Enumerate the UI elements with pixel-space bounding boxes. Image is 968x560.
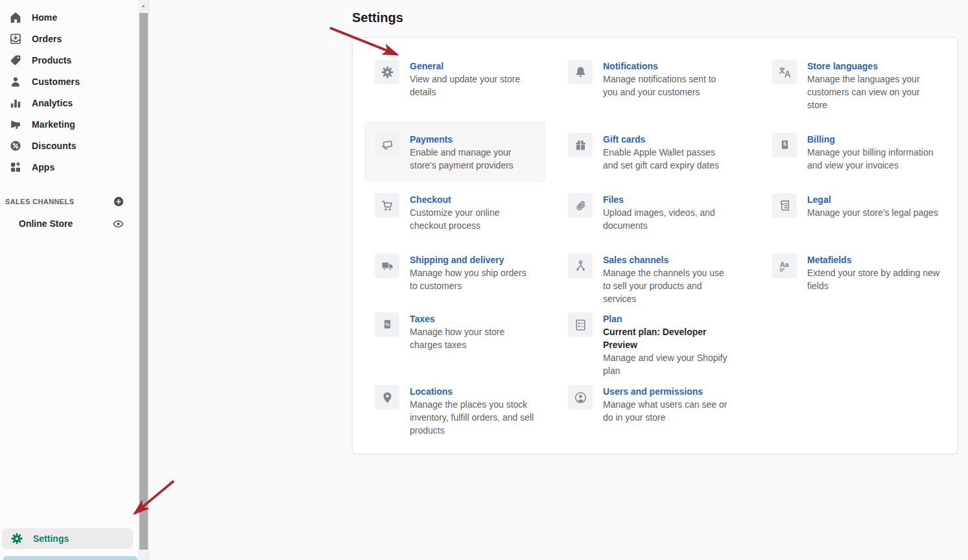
settings-item-gift-cards[interactable]: Gift cardsEnable Apple Wallet passes and…	[558, 121, 739, 182]
settings-item-metafields[interactable]: Aa MetafieldsExtend your store by adding…	[762, 242, 950, 303]
settings-item-description: Customize your online checkout process	[410, 206, 536, 232]
settings-item-description: Manage how your store charges taxes	[410, 325, 536, 351]
svg-text:$: $	[783, 141, 786, 147]
sidebar-item-label: Apps	[32, 162, 54, 172]
settings-item-files[interactable]: FilesUpload images, videos, and document…	[558, 181, 739, 242]
settings-item-shipping[interactable]: Shipping and deliveryManage how you ship…	[364, 242, 546, 303]
bar-chart-icon	[9, 97, 22, 110]
add-sales-channel-button[interactable]	[113, 196, 124, 207]
settings-item-description: Enable Apple Wallet passes and set gift …	[603, 146, 729, 172]
settings-item-description: Manage your store's legal pages	[807, 206, 938, 219]
settings-item-description: View and update your store details	[410, 73, 536, 99]
channels-icon	[568, 253, 593, 278]
settings-item-title[interactable]: Billing	[807, 133, 939, 146]
settings-item-title[interactable]: General	[410, 60, 536, 73]
settings-item-taxes[interactable]: % TaxesManage how your store charges tax…	[364, 301, 546, 362]
settings-item-notifications[interactable]: NotificationsManage notifications sent t…	[558, 48, 739, 109]
payment-card-icon	[375, 133, 399, 158]
sidebar-item-label: Discounts	[32, 141, 77, 151]
settings-item-checkout[interactable]: CheckoutCustomize your online checkout p…	[364, 181, 546, 242]
settings-item-title[interactable]: Gift cards	[603, 133, 729, 146]
settings-item-title[interactable]: Sales channels	[603, 253, 729, 266]
sidebar-item-label: Marketing	[32, 119, 75, 130]
sidebar-nav: Home Orders Products Customers Analytics	[0, 6, 138, 178]
gear-icon	[375, 60, 399, 84]
truck-icon	[375, 253, 399, 278]
settings-item-title[interactable]: Store languages	[807, 60, 939, 73]
settings-item-users-permissions[interactable]: Users and permissionsManage what users c…	[558, 373, 739, 434]
settings-item-description: Manage the channels you use to sell your…	[603, 266, 729, 305]
eye-preview-icon[interactable]	[112, 218, 124, 230]
plan-checklist-icon	[568, 312, 593, 337]
settings-item-description: Enable and manage your store's payment p…	[410, 146, 536, 172]
settings-item-title[interactable]: Files	[603, 193, 729, 206]
settings-item-title[interactable]: Taxes	[410, 312, 536, 325]
settings-item-general[interactable]: GeneralView and update your store detail…	[364, 48, 546, 109]
settings-item-description: Extend your store by adding new fields	[807, 266, 939, 292]
sidebar-item-label: Products	[32, 55, 71, 65]
gift-icon	[568, 133, 593, 158]
settings-item-title[interactable]: Legal	[807, 193, 938, 206]
settings-card: GeneralView and update your store detail…	[352, 37, 958, 454]
settings-item-description: Upload images, videos, and documents	[603, 206, 729, 232]
home-icon	[9, 11, 22, 24]
settings-item-description: Manage the languages your customers can …	[807, 73, 939, 111]
sidebar-item-label: Home	[32, 12, 57, 23]
location-pin-icon	[375, 385, 399, 410]
svg-text:%: %	[385, 321, 390, 327]
settings-item-title[interactable]: Checkout	[410, 193, 536, 206]
sidebar-item-settings[interactable]: Settings	[2, 528, 133, 549]
apps-grid-icon	[9, 161, 22, 174]
sidebar-item-apps[interactable]: Apps	[0, 156, 138, 178]
current-plan-line: Current plan: Developer Preview	[603, 325, 729, 351]
paperclip-icon	[568, 193, 593, 218]
bottom-highlight-bar	[3, 556, 137, 560]
settings-item-payments[interactable]: PaymentsEnable and manage your store's p…	[364, 121, 546, 182]
sidebar-item-discounts[interactable]: Discounts	[0, 135, 138, 156]
tag-icon	[9, 54, 22, 67]
sidebar-scrollbar[interactable]: ▲	[138, 0, 149, 560]
sidebar-item-label: Analytics	[32, 98, 73, 108]
settings-item-legal[interactable]: LegalManage your store's legal pages	[762, 181, 950, 229]
settings-item-billing[interactable]: $ BillingManage your billing information…	[762, 121, 950, 182]
bell-icon	[568, 60, 593, 84]
svg-text:Aa: Aa	[779, 261, 789, 268]
scrollbar-up-arrow-icon[interactable]: ▲	[138, 1, 148, 11]
tax-receipt-icon: %	[375, 312, 399, 337]
settings-item-description: Manage your billing information and view…	[807, 146, 939, 172]
settings-item-title[interactable]: Payments	[410, 133, 536, 146]
person-icon	[9, 75, 22, 88]
settings-item-title[interactable]: Metafields	[807, 253, 939, 266]
settings-item-title[interactable]: Plan	[603, 312, 729, 325]
settings-item-title[interactable]: Shipping and delivery	[410, 253, 536, 266]
legal-scroll-icon	[772, 193, 797, 218]
settings-item-title[interactable]: Users and permissions	[603, 385, 729, 398]
gear-icon	[10, 532, 23, 545]
metafields-icon: Aa	[772, 253, 797, 278]
settings-item-store-languages[interactable]: Store languagesManage the languages your…	[762, 48, 950, 122]
sidebar-item-marketing[interactable]: Marketing	[0, 113, 138, 135]
settings-item-locations[interactable]: LocationsManage the places you stock inv…	[364, 373, 546, 447]
sales-channels-title: SALES CHANNELS	[5, 198, 74, 205]
billing-receipt-icon: $	[772, 133, 797, 158]
user-circle-icon	[568, 385, 593, 410]
megaphone-icon	[9, 118, 22, 131]
sidebar-item-label: Settings	[33, 533, 69, 544]
sidebar-item-home[interactable]: Home	[0, 6, 138, 28]
sidebar-item-analytics[interactable]: Analytics	[0, 92, 138, 113]
sidebar-item-online-store[interactable]: Online Store	[0, 214, 138, 233]
sidebar-item-label: Customers	[32, 76, 80, 87]
page-title: Settings	[352, 10, 403, 25]
settings-item-description: Manage how you ship orders to customers	[410, 266, 536, 292]
sidebar-item-orders[interactable]: Orders	[0, 28, 138, 49]
sales-channels-header: SALES CHANNELS	[0, 194, 138, 209]
sidebar-item-label: Orders	[32, 34, 62, 44]
sidebar-item-products[interactable]: Products	[0, 49, 138, 71]
sidebar-item-customers[interactable]: Customers	[0, 71, 138, 92]
translate-icon	[772, 60, 797, 84]
settings-item-title[interactable]: Notifications	[603, 60, 729, 73]
settings-item-title[interactable]: Locations	[410, 385, 536, 398]
orders-icon	[9, 32, 22, 45]
discount-badge-icon	[9, 139, 22, 152]
scrollbar-thumb[interactable]	[139, 13, 148, 550]
